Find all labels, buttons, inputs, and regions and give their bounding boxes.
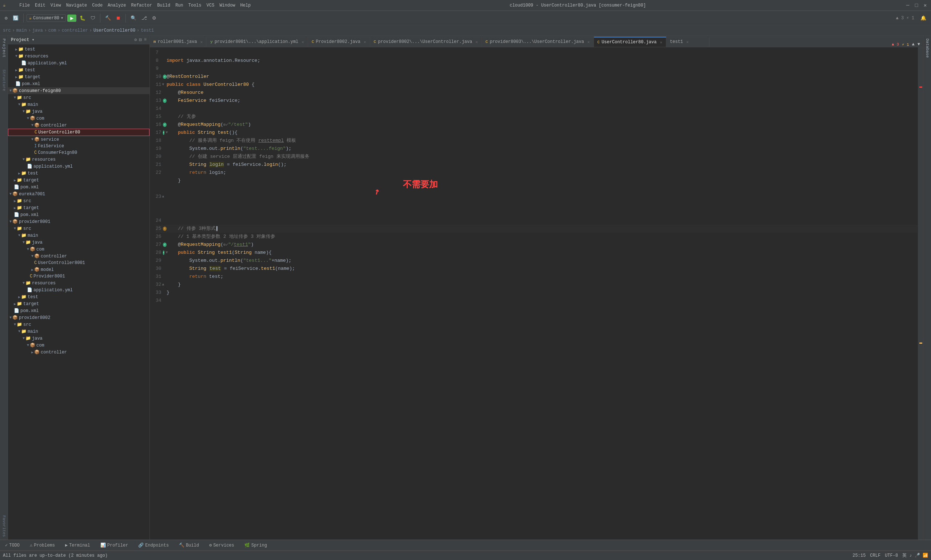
menu-edit[interactable]: Edit [35,3,45,8]
tree-item-consumerfeign80[interactable]: C ConsumerFeign80 [8,149,149,156]
endpoints-button[interactable]: 🔗 Endpoints [136,542,171,549]
tab-usercontroller80[interactable]: C UserController80.java ✕ [594,37,666,47]
coverage-button[interactable]: 🛡 [89,15,97,22]
close-button[interactable]: ✕ [922,3,928,8]
todo-button[interactable]: ✓ TODO [3,542,22,549]
menu-refactor[interactable]: Refactor [131,3,152,8]
tree-item-service-pkg[interactable]: ▼ 📦 service [8,136,149,143]
project-icon[interactable]: Project [2,38,6,58]
tree-item-application-yml2[interactable]: 📄 application.yml [8,163,149,170]
notifications-button[interactable]: 🔔 [919,15,928,22]
toolbar-sync-btn[interactable]: 🔃 [11,15,20,22]
database-icon[interactable]: Database [925,38,929,58]
fold-btn-11[interactable]: ▼ [162,81,165,89]
minimize-button[interactable]: ─ [905,3,911,8]
tab-close-btn[interactable]: ✕ [200,40,203,45]
tree-item-p8001-model[interactable]: ▶ 📦 model [8,266,149,273]
tree-item-p8001-yml[interactable]: 📄 application.yml [8,286,149,294]
tree-item-consumer-feign80[interactable]: ▼ 📦 consumer-feign80 [8,87,149,94]
tree-item-controller-pkg[interactable]: ▼ 📦 controller [8,122,149,129]
tree-item-p8002-java[interactable]: ▼ 📁 java [8,335,149,342]
tree-item-pom2[interactable]: 📄 pom.xml [8,184,149,191]
breadcrumb-class[interactable]: UserController80 [94,28,135,33]
breadcrumb-java[interactable]: java [32,28,43,33]
project-collapse-icon[interactable]: ⊟ [139,37,142,43]
code-editor[interactable]: 7 8 import javax.annotation.Resource; 9 [150,47,918,540]
tab-close-btn[interactable]: ✕ [686,40,689,45]
tree-item-provider8002[interactable]: ▼ 📦 provider8002 [8,314,149,321]
menu-tools[interactable]: Tools [188,3,202,8]
scroll-up-btn[interactable]: ▲ [912,42,915,47]
tree-item-resources[interactable]: ▼ 📁 resources [8,53,149,60]
tab-provider8002[interactable]: C Provider8002.java ✕ [308,37,370,47]
breadcrumb-com[interactable]: com [48,28,56,33]
tree-item-p8001-src[interactable]: ▼ 📁 src [8,225,149,232]
run-config-selector[interactable]: ☕ Consumer80 ▾ [26,14,66,22]
tab-close-btn[interactable]: ✕ [660,40,662,45]
menu-navigate[interactable]: Navigate [66,3,87,8]
menu-view[interactable]: View [51,3,61,8]
stop-button[interactable]: ⏹ [114,15,123,22]
git-button[interactable]: ⎇ [140,15,149,22]
tree-item-resources2[interactable]: ▼ 📁 resources [8,156,149,163]
tree-item-test2[interactable]: ▶ 📁 test [8,66,149,74]
tree-item-eureka7001[interactable]: ▼ 📦 eureka7001 [8,191,149,197]
build-button[interactable]: 🔨 [103,15,113,22]
fold-end-btn-32[interactable]: ▲ [162,281,165,289]
menu-run[interactable]: Run [175,3,183,8]
tree-item-p8001-resources[interactable]: ▼ 📁 resources [8,280,149,286]
menu-code[interactable]: Code [92,3,103,8]
tree-item-usercontroller80[interactable]: C UserController80 [8,129,149,136]
menu-build[interactable]: Build [157,3,170,8]
tree-item-p8001-pom[interactable]: 📄 pom.xml [8,307,149,314]
tree-item-eureka-pom[interactable]: 📄 pom.xml [8,211,149,218]
tree-item-target2[interactable]: ▶ 📁 target [8,177,149,184]
tree-item-main[interactable]: ▼ 📁 main [8,101,149,108]
tree-item-provider8001[interactable]: ▼ 📦 provider8001 [8,218,149,225]
tab-close-btn[interactable]: ✕ [364,40,366,45]
breadcrumb-controller[interactable]: controller [62,28,88,33]
breadcrumb-src[interactable]: src [3,28,11,33]
toolbar-settings-btn[interactable]: ⚙ [3,15,9,22]
tree-item-src[interactable]: ▼ 📁 src [8,94,149,101]
tree-item-test-top[interactable]: ▶ 📁 test [8,46,149,53]
spring-button[interactable]: 🌿 Spring [242,542,269,549]
breadcrumb-main[interactable]: main [16,28,27,33]
tab-close-btn[interactable]: ✕ [302,40,304,45]
breadcrumb-method[interactable]: test1 [141,28,154,33]
tree-item-p8001-java[interactable]: ▼ 📁 java [8,239,149,246]
tree-item-com[interactable]: ▼ 📦 com [8,115,149,122]
menu-analyze[interactable]: Analyze [108,3,126,8]
editor-content[interactable]: 7 8 import javax.annotation.Resource; 9 [150,47,923,540]
tree-item-p8001-test[interactable]: ▶ 📁 test [8,294,149,300]
menu-vcs[interactable]: VCS [206,3,215,8]
tree-item-p8001-target[interactable]: ▶ 📁 target [8,300,149,307]
run-button[interactable]: ▶ [67,15,76,22]
tree-item-eureka-target[interactable]: ▶ 📁 target [8,205,149,211]
tree-item-target[interactable]: ▶ 📁 target [8,74,149,80]
tree-item-p8001-com[interactable]: ▼ 📦 com [8,246,149,253]
menu-file[interactable]: File [19,3,30,8]
tree-item-application-yml[interactable]: 📄 application.yml [8,60,149,66]
menu-help[interactable]: Help [240,3,251,8]
tab-provider8002-usercontroller[interactable]: C provider8002\...\UserController.java ✕ [370,37,482,47]
tree-item-usercontroller8001[interactable]: C UserController8001 [8,260,149,266]
tree-item-java[interactable]: ▼ 📁 java [8,108,149,115]
tree-item-p8002-main[interactable]: ▼ 📁 main [8,328,149,335]
tree-item-p8001-main[interactable]: ▼ 📁 main [8,232,149,239]
build-button[interactable]: 🔨 Build [177,542,201,549]
project-options-icon[interactable]: ≡ [144,37,146,43]
tree-item-p8002-com[interactable]: ▼ 📦 com [8,342,149,349]
profiler-button[interactable]: 📊 Profiler [98,542,131,549]
tree-item-pom-top[interactable]: 📄 pom.xml [8,80,149,87]
debug-button[interactable]: 🐛 [78,15,87,22]
tree-item-p8002-src[interactable]: ▼ 📁 src [8,321,149,328]
tab-application-yml[interactable]: y provider8001\...\application.yml ✕ [206,37,308,47]
tab-roller8001[interactable]: m roller8001.java ✕ [150,37,206,47]
tree-item-test3[interactable]: ▶ 📁 test [8,170,149,177]
structure-icon[interactable]: Structure [2,69,6,91]
tab-close-btn[interactable]: ✕ [476,40,478,45]
tree-item-eureka-src[interactable]: ▶ 📁 src [8,197,149,205]
favorites-icon[interactable]: Favorites [2,515,6,537]
fold-end-btn-23[interactable]: ▲ [162,193,165,201]
